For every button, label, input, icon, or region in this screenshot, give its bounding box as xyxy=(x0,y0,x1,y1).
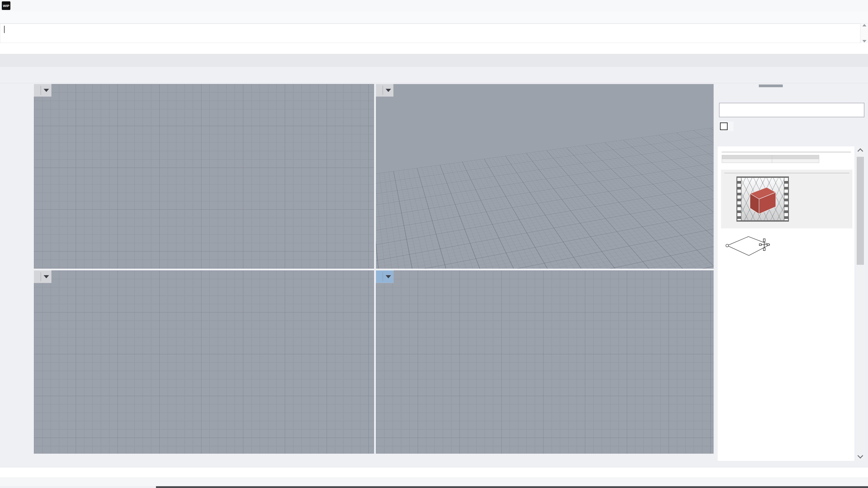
rhino-application-window: WIP xyxy=(0,0,868,488)
base-rectangle-diagram xyxy=(723,235,776,260)
viewport-perspective[interactable] xyxy=(376,84,714,269)
viewport-front[interactable] xyxy=(34,270,374,454)
help-scrollbar[interactable] xyxy=(856,147,865,461)
viewport-label-perspective[interactable] xyxy=(376,84,394,97)
bottom-edge-strip xyxy=(156,486,868,488)
panel-tab-strip xyxy=(715,87,868,101)
command-prompt[interactable] xyxy=(0,43,868,54)
auto-update-option[interactable] xyxy=(719,122,734,131)
text-caret xyxy=(4,26,4,33)
scroll-down-icon[interactable] xyxy=(857,453,863,458)
viewport-menu-caret-icon[interactable] xyxy=(385,89,391,92)
help-search-input[interactable] xyxy=(719,103,864,117)
standard-toolbar xyxy=(0,67,868,83)
scroll-down-icon[interactable] xyxy=(862,40,866,42)
panel-drag-handle[interactable] xyxy=(759,85,783,87)
command-history-line xyxy=(4,24,868,33)
right-dock-panel xyxy=(714,83,868,467)
red-box-illustration xyxy=(741,178,784,220)
title-bar: WIP xyxy=(0,0,868,11)
table-header-toolbar xyxy=(722,155,772,159)
scroll-up-icon[interactable] xyxy=(857,148,863,154)
scrollbar-thumb[interactable] xyxy=(857,157,864,265)
workspace xyxy=(0,83,868,467)
steps-section xyxy=(721,170,852,228)
status-bar xyxy=(0,478,868,486)
help-article[interactable] xyxy=(718,147,855,461)
osnap-bar xyxy=(0,467,868,478)
viewport-top[interactable] xyxy=(34,84,374,269)
command-access-table xyxy=(722,155,819,163)
scroll-up-icon[interactable] xyxy=(862,24,866,26)
toolbar-tab-row xyxy=(0,54,868,67)
viewport-menu-caret-icon[interactable] xyxy=(385,275,391,278)
viewport-label-right[interactable] xyxy=(376,270,394,283)
viewport-menu-caret-icon[interactable] xyxy=(43,89,49,92)
viewport-right[interactable] xyxy=(376,270,714,454)
viewport-menu-caret-icon[interactable] xyxy=(43,275,49,278)
rhino-app-icon: WIP xyxy=(2,1,10,10)
command-history-scrollbar[interactable] xyxy=(860,24,868,43)
menu-bar xyxy=(0,11,868,24)
table-header-menu xyxy=(772,155,819,159)
viewport-label-front[interactable] xyxy=(34,270,52,283)
box-demo-video-thumbnail[interactable] xyxy=(737,176,789,222)
viewport-label-top[interactable] xyxy=(34,84,52,97)
steps-heading xyxy=(724,172,849,173)
command-history[interactable] xyxy=(0,24,868,43)
auto-update-checkbox[interactable] xyxy=(720,123,727,130)
